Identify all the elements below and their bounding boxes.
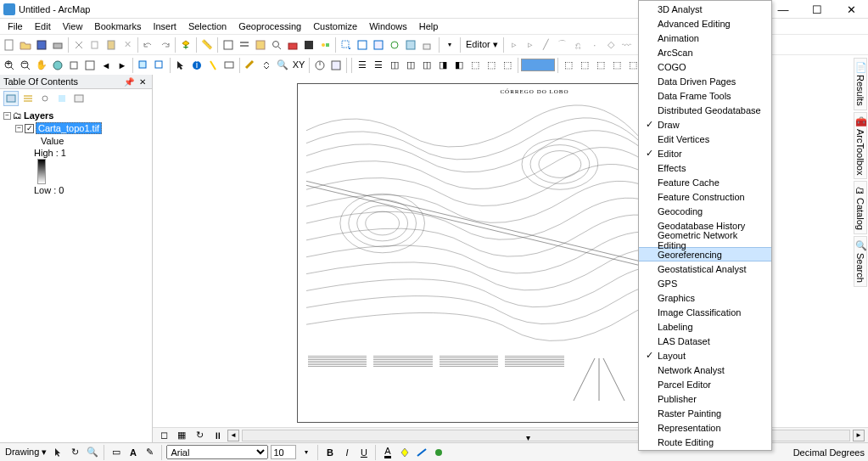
layout-tool-6-icon[interactable]: ◨ [435,58,451,73]
redo-icon[interactable] [157,37,172,53]
scale-input[interactable] [521,59,555,71]
fill-color-icon[interactable] [397,445,412,459]
expand-icon[interactable]: − [3,112,11,120]
font-color-icon[interactable]: A [380,445,395,459]
list-by-source-icon[interactable] [20,91,36,106]
options-icon[interactable] [71,91,87,106]
callout-icon[interactable]: ✎ [143,445,157,459]
drawing-label[interactable]: Drawing ▾ [5,447,47,458]
arctoolbox-icon[interactable] [285,37,300,53]
back-extent-icon[interactable]: ◄ [98,58,114,73]
full-extent-icon[interactable] [50,58,65,73]
data-view-icon[interactable] [371,37,386,53]
toolbar-menu-item-raster-painting[interactable]: Raster Painting [639,406,771,420]
new-icon[interactable] [2,37,17,53]
line-color-icon[interactable] [414,445,428,459]
extra-1-icon[interactable]: ⬚ [561,58,576,73]
fixed-zoom-in-icon[interactable] [66,58,81,73]
layer-name[interactable]: Carta_topo1.tif [36,122,102,134]
marker-color-icon[interactable] [431,445,445,459]
layout-view-btn-icon[interactable]: ▦ [174,428,189,443]
fixed-zoom-out-icon[interactable] [82,58,98,73]
find-route-icon[interactable]: 🔍 [275,58,290,73]
select-elements-icon[interactable] [339,37,354,53]
data-view-btn-icon[interactable]: ◻ [156,428,171,443]
refresh-view-icon[interactable]: ↻ [192,428,207,443]
lock-icon[interactable] [419,37,434,53]
extra-4-icon[interactable]: ⬚ [609,58,624,73]
extra-3-icon[interactable]: ⬚ [593,58,608,73]
reshape-icon[interactable]: 〰 [619,37,635,53]
zoom-in-icon[interactable]: + [2,58,17,73]
layer-expand-icon[interactable]: − [15,125,23,132]
editor-toolbar-icon[interactable] [221,37,236,53]
pause-drawing-icon[interactable]: ⏸ [210,428,225,443]
cut-icon[interactable] [71,37,87,53]
close-button[interactable]: ✕ [834,0,868,19]
toolbar-menu-item-feature-construction[interactable]: Feature Construction [639,189,771,204]
time-slider-icon[interactable] [312,58,328,73]
text-tool-icon[interactable]: A [126,445,140,459]
menu-insert[interactable]: Insert [147,20,182,32]
results-tab[interactable]: 📄Results [854,58,867,110]
refresh-icon[interactable] [387,37,402,53]
menu-help[interactable]: Help [413,20,445,32]
menu-customize[interactable]: Customize [307,20,363,32]
delete-icon[interactable]: ✕ [120,37,135,53]
straight-segment-icon[interactable]: ╱ [539,37,554,53]
edit-tool-icon[interactable]: ▹ [507,37,522,53]
dropdown-icon[interactable]: ▾ [442,37,457,53]
arctoolbox-tab[interactable]: 🧰ArcToolbox [854,112,867,179]
toolbar-menu-item-route-editing[interactable]: Route Editing [639,435,771,449]
toolbar-menu-item-data-frame-tools[interactable]: Data Frame Tools [639,88,771,103]
toolbar-menu-item-labeling[interactable]: Labeling [639,319,771,334]
scroll-left-icon[interactable]: ◄ [227,430,239,441]
toolbar-menu-item-gps[interactable]: GPS [639,276,771,290]
italic-icon[interactable]: I [339,445,354,459]
layout-tool-5-icon[interactable]: ◫ [419,58,434,73]
editor-dropdown[interactable]: Editor ▾ [463,39,501,50]
open-icon[interactable] [18,37,33,53]
identify-icon[interactable]: i [189,58,204,73]
menu-view[interactable]: View [57,20,89,32]
list-by-selection-icon[interactable] [54,91,70,106]
menu-bookmarks[interactable]: Bookmarks [88,20,147,32]
toolbar-menu-item-geocoding[interactable]: Geocoding [639,204,771,218]
menu-file[interactable]: File [2,20,29,32]
clear-selection-icon[interactable] [152,58,167,73]
toolbar-menu-item-cogo[interactable]: COGO [639,59,771,74]
toolbar-menu-item-geostatistical-analyst[interactable]: Geostatistical Analyst [639,261,771,276]
pan-icon[interactable]: ✋ [34,58,49,73]
layer-row[interactable]: − ✓ Carta_topo1.tif [3,121,148,135]
toc-close-icon[interactable]: ✕ [137,77,148,87]
layout-tool-8-icon[interactable]: ⬚ [468,58,483,73]
python-icon[interactable] [301,37,316,53]
pause-icon[interactable] [403,37,418,53]
menu-windows[interactable]: Windows [363,20,413,32]
search-tab[interactable]: 🔍Search [854,236,867,287]
print-icon[interactable] [50,37,65,53]
toolbar-menu-item-advanced-editing[interactable]: Advanced Editing [639,16,771,31]
font-size-input[interactable] [271,445,296,459]
catalog-tab[interactable]: 🗂Catalog [854,181,867,234]
toolbar-menu-item-3d-analyst[interactable]: 3D Analyst [639,2,771,16]
edit-annotation-icon[interactable]: ▹ [523,37,538,53]
font-select[interactable]: Arial [166,445,268,459]
toolbar-menu-item-layout[interactable]: ✓Layout [639,348,771,363]
font-size-dropdown-icon[interactable]: ▾ [299,445,313,459]
toc-icon[interactable] [237,37,252,53]
search-icon[interactable] [269,37,284,53]
extra-2-icon[interactable]: ⬚ [577,58,592,73]
toolbar-menu-item-parcel-editor[interactable]: Parcel Editor [639,377,771,391]
layout-view-icon[interactable] [355,37,370,53]
layout-tool-1-icon[interactable]: ☰ [355,58,370,73]
toolbar-menu-item-effects[interactable]: Effects [639,160,771,175]
toolbar-menu-item-feature-cache[interactable]: Feature Cache [639,175,771,189]
find-icon[interactable] [259,58,274,73]
toolbar-menu-item-data-driven-pages[interactable]: Data Driven Pages [639,74,771,88]
create-viewer-icon[interactable] [328,58,344,73]
trace-icon[interactable]: ⎌ [571,37,586,53]
point-icon[interactable]: · [587,37,602,53]
catalog-icon[interactable] [253,37,268,53]
paste-icon[interactable] [104,37,119,53]
